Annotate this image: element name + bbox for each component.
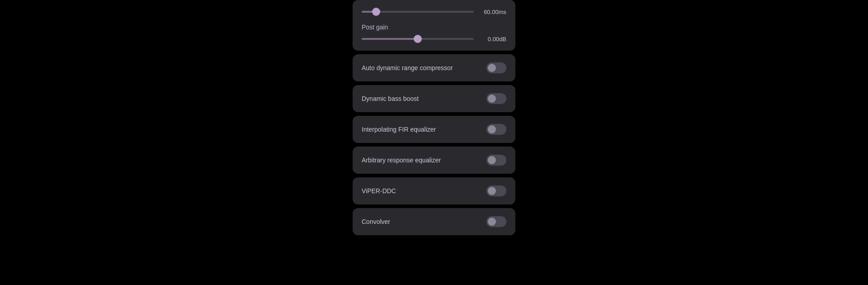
- top-slider-card: 60.00ms Post gain 0.00dB: [353, 0, 515, 51]
- interpolating-fir-equalizer-toggle-knob: [488, 125, 496, 133]
- viper-ddc-label: ViPER-DDC: [362, 187, 396, 195]
- top-slider-container[interactable]: [362, 7, 474, 16]
- viper-ddc-toggle[interactable]: [486, 185, 506, 196]
- viper-ddc-card: ViPER-DDC: [353, 177, 515, 204]
- main-panel: 60.00ms Post gain 0.00dB Auto dynamic ra…: [353, 0, 515, 235]
- post-gain-slider-row: 0.00dB: [362, 34, 506, 43]
- top-slider-row: 60.00ms: [362, 7, 506, 16]
- top-slider-value: 60.00ms: [479, 9, 506, 15]
- post-gain-slider-container[interactable]: [362, 34, 474, 43]
- post-gain-slider-fill: [362, 38, 418, 40]
- auto-dynamic-range-row: Auto dynamic range compressor: [362, 62, 506, 74]
- arbitrary-response-equalizer-toggle[interactable]: [486, 155, 506, 166]
- post-gain-slider-value: 0.00dB: [479, 36, 506, 43]
- dynamic-bass-boost-row: Dynamic bass boost: [362, 92, 506, 105]
- dynamic-bass-boost-label: Dynamic bass boost: [362, 95, 419, 102]
- auto-dynamic-range-label: Auto dynamic range compressor: [362, 64, 453, 71]
- convolver-label: Convolver: [362, 218, 390, 225]
- post-gain-slider-thumb[interactable]: [414, 35, 422, 43]
- interpolating-fir-equalizer-row: Interpolating FIR equalizer: [362, 123, 506, 136]
- convolver-card: Convolver: [353, 208, 515, 235]
- post-gain-slider-track: [362, 38, 474, 40]
- interpolating-fir-equalizer-card: Interpolating FIR equalizer: [353, 116, 515, 143]
- arbitrary-response-equalizer-card: Arbitrary response equalizer: [353, 147, 515, 174]
- post-gain-label: Post gain: [362, 24, 506, 31]
- dynamic-bass-boost-toggle-knob: [488, 95, 496, 103]
- viper-ddc-toggle-knob: [488, 187, 496, 195]
- auto-dynamic-range-toggle-knob: [488, 64, 496, 72]
- convolver-toggle[interactable]: [486, 216, 506, 227]
- viper-ddc-row: ViPER-DDC: [362, 185, 506, 197]
- dynamic-bass-boost-card: Dynamic bass boost: [353, 85, 515, 112]
- auto-dynamic-range-card: Auto dynamic range compressor: [353, 54, 515, 81]
- arbitrary-response-equalizer-toggle-knob: [488, 156, 496, 164]
- top-slider-thumb[interactable]: [372, 8, 380, 16]
- dynamic-bass-boost-toggle[interactable]: [486, 93, 506, 104]
- arbitrary-response-equalizer-label: Arbitrary response equalizer: [362, 157, 441, 164]
- convolver-toggle-knob: [488, 218, 496, 226]
- interpolating-fir-equalizer-label: Interpolating FIR equalizer: [362, 126, 436, 133]
- interpolating-fir-equalizer-toggle[interactable]: [486, 124, 506, 135]
- convolver-row: Convolver: [362, 215, 506, 228]
- auto-dynamic-range-toggle[interactable]: [486, 62, 506, 73]
- arbitrary-response-equalizer-row: Arbitrary response equalizer: [362, 154, 506, 166]
- top-slider-track: [362, 11, 474, 13]
